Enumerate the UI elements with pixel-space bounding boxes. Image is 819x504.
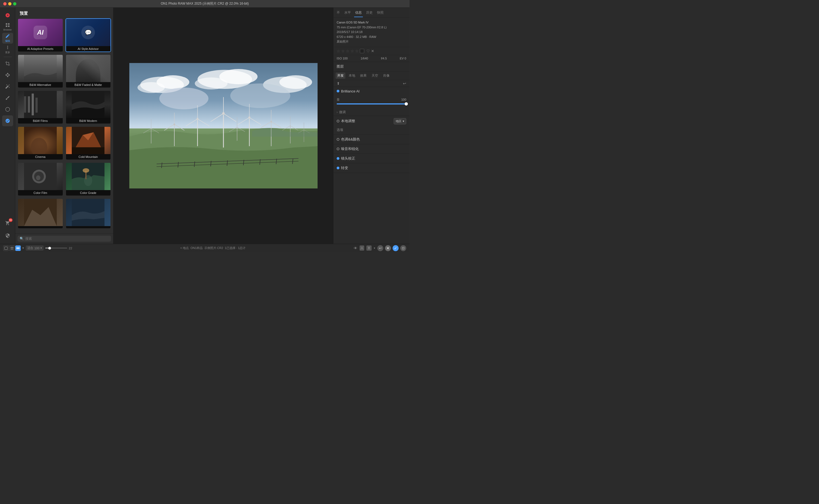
sidebar-item-edit[interactable]: 编辑: [2, 33, 13, 44]
minimize-button[interactable]: [8, 2, 11, 5]
crop-tool[interactable]: [2, 58, 13, 69]
transform-tool[interactable]: [2, 70, 13, 80]
view-btn-single[interactable]: [3, 245, 9, 251]
star-4[interactable]: ☆: [350, 49, 354, 53]
svg-rect-88: [12, 248, 13, 250]
star-3[interactable]: ☆: [346, 49, 349, 53]
develop-tabs: 开发 本地 效果 天空 肖像: [333, 71, 410, 80]
retouch-tool[interactable]: [2, 81, 13, 92]
tab-info[interactable]: 信息: [354, 9, 363, 17]
develop-tab-develop[interactable]: 开发: [335, 73, 345, 79]
presets-grid-container[interactable]: AI AI Adaptive Presets 💬 AI Style Adviso…: [15, 18, 113, 233]
location-label[interactable]: < 地点: [180, 246, 189, 250]
tab-snapshot[interactable]: 快照: [376, 9, 385, 17]
fine-adjust-label: 微调: [339, 110, 346, 115]
preset-color-grade[interactable]: Color Grade: [65, 162, 111, 196]
export-dropdown[interactable]: ▾: [374, 247, 375, 250]
preset-thumbnail-color-grade: [66, 163, 111, 190]
view-btn-filmstrip[interactable]: [15, 245, 21, 251]
export-icon[interactable]: ⬆: [366, 245, 371, 251]
confirm-button[interactable]: ✓: [392, 245, 398, 251]
transform-header[interactable]: 转变: [333, 163, 410, 173]
preset-thumbnail-cold-mountain: [66, 127, 111, 154]
panel-undo-icon[interactable]: ↩: [403, 81, 406, 86]
fine-adjust[interactable]: › 微调: [333, 109, 410, 116]
preset-generic1[interactable]: [17, 198, 63, 229]
tab-level[interactable]: 水平: [343, 9, 352, 17]
preset-label-generic2: [66, 226, 111, 228]
panel-toolbar: ⬆ ↩: [333, 80, 410, 87]
svg-rect-6: [35, 98, 38, 113]
tab-no[interactable]: 不: [335, 9, 341, 17]
undo-button[interactable]: ↩: [377, 245, 383, 251]
noise-sharp-header[interactable]: 噪音和锐化: [333, 144, 410, 154]
noise-sharp-dot: [337, 148, 339, 150]
tone-color-header[interactable]: 色调&&颜色: [333, 135, 410, 144]
section-brilliance-ai: Brilliance AI 量 100 › 微调: [333, 87, 410, 116]
brilliance-slider-thumb[interactable]: [404, 102, 408, 106]
project-label[interactable]: ON1样品: [190, 246, 203, 250]
color-swatch[interactable]: [360, 49, 364, 53]
star-5[interactable]: ☆: [355, 49, 359, 53]
left-toolbar: Browse 编辑 更多: [0, 8, 15, 244]
search-input[interactable]: [25, 237, 109, 241]
compare-button[interactable]: ⊡: [400, 245, 406, 251]
tab-history[interactable]: 历史: [365, 9, 374, 17]
panel-upload-icon[interactable]: ⬆: [337, 81, 340, 86]
exif-row: ISO 100 1/640 f/4.5 EV 0: [333, 55, 410, 62]
brilliance-slider-track[interactable]: [337, 103, 406, 104]
text-a-icon[interactable]: A: [359, 245, 364, 251]
star-2[interactable]: ☆: [341, 49, 345, 53]
preset-ai-adaptive[interactable]: AI AI Adaptive Presets: [17, 18, 63, 52]
svg-point-30: [279, 75, 312, 89]
develop-tab-portrait[interactable]: 肖像: [381, 73, 391, 79]
close-button[interactable]: [3, 2, 7, 5]
status-bar-center: < 地点 ON1样品 示例照片.CR2 1已选择 · 1总计: [74, 246, 352, 250]
region-dropdown[interactable]: 地区 ▾: [394, 118, 406, 124]
develop-tab-sky[interactable]: 天空: [370, 73, 380, 79]
preset-label-cold-mountain: Cold Mountain: [66, 154, 111, 160]
ai-tool[interactable]: [2, 115, 13, 126]
lens-correction-header[interactable]: 镜头校正: [333, 154, 410, 163]
section-local-adjustment: 本地调整 地区 ▾ 选项: [333, 116, 410, 135]
svg-point-32: [230, 83, 290, 108]
sidebar-item-browse[interactable]: Browse: [2, 21, 13, 32]
mask-tool[interactable]: [2, 104, 13, 115]
sidebar-item-more[interactable]: 更多: [2, 44, 13, 55]
app-logo[interactable]: [2, 10, 13, 21]
develop-tab-local[interactable]: 本地: [347, 73, 357, 79]
preset-bw-alternative[interactable]: B&W Alternative: [17, 54, 63, 88]
zoom-thumb[interactable]: [48, 247, 51, 250]
eye-icon[interactable]: 👁: [353, 246, 357, 250]
preset-bw-modern[interactable]: B&W Modern: [65, 90, 111, 124]
cart-icon[interactable]: 30: [2, 218, 13, 229]
preset-cinema[interactable]: Cinema: [17, 126, 63, 160]
camera-model: Canon EOS 5D Mark IV: [337, 20, 406, 25]
preset-label-color-film: Color Film: [18, 190, 63, 196]
preset-ai-style[interactable]: 💬 AI Style Advisor: [65, 18, 111, 52]
develop-tab-effects[interactable]: 效果: [358, 73, 368, 79]
preset-thumbnail-cinema: [18, 127, 63, 154]
preset-cold-mountain[interactable]: Cold Mountain: [65, 126, 111, 160]
zoom-track[interactable]: [45, 248, 67, 248]
exif-shutter: 1/640: [361, 57, 368, 60]
filename-label: 示例照片.CR2: [204, 246, 223, 250]
preset-color-film[interactable]: Color Film: [17, 162, 63, 196]
heart-icon[interactable]: ♡: [366, 49, 370, 53]
preset-generic2[interactable]: [65, 198, 111, 229]
svg-rect-11: [72, 147, 104, 154]
cancel-button[interactable]: ✕: [385, 245, 391, 251]
section-brilliance-header[interactable]: Brilliance AI: [333, 87, 410, 95]
star-1[interactable]: ☆: [337, 49, 340, 53]
paint-tool[interactable]: [2, 92, 13, 103]
wind-farm-photo: [129, 63, 317, 188]
view-dropdown-arrow[interactable]: ▾: [22, 246, 24, 250]
fit-selector[interactable]: 适合 100 ▾: [26, 245, 44, 251]
view-btn-grid[interactable]: [9, 245, 15, 251]
preset-thumbnail-generic2: [66, 199, 111, 226]
maximize-button[interactable]: [13, 2, 16, 5]
settings-icon[interactable]: [2, 230, 13, 241]
preset-bw-films[interactable]: B&W Films: [17, 90, 63, 124]
reject-icon[interactable]: ✕: [371, 49, 374, 53]
preset-bw-faded[interactable]: B&W Faded & Matte: [65, 54, 111, 88]
